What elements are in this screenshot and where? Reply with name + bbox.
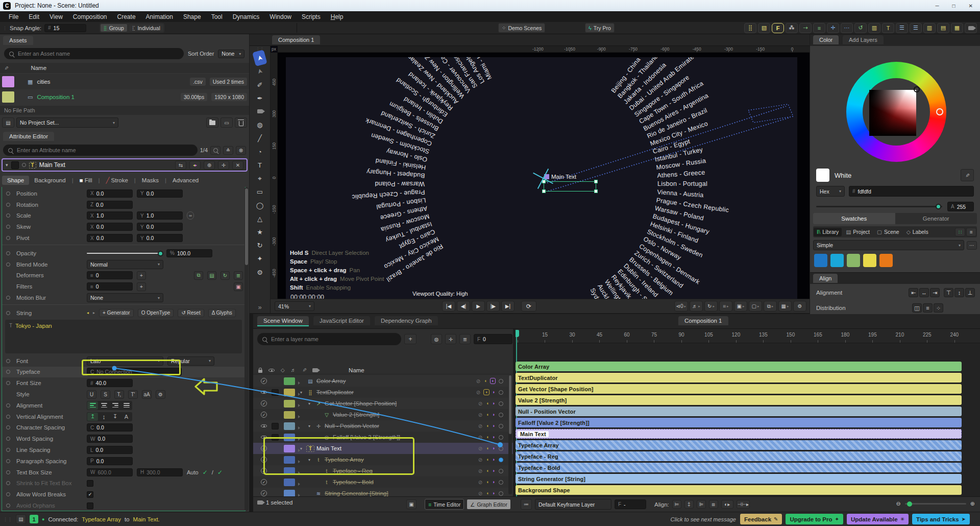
solo-toggle[interactable] (272, 423, 279, 429)
keyframe-circle[interactable] (6, 425, 10, 429)
go-to-start-button[interactable]: |◀ (442, 301, 455, 312)
solo-toggle[interactable] (272, 378, 279, 385)
menu-item-window[interactable]: Window (265, 12, 296, 21)
next-icon[interactable]: ▸ (93, 310, 95, 315)
connection-port[interactable] (499, 413, 503, 417)
asset-swatch[interactable] (2, 76, 14, 87)
window-close-button[interactable]: ✕ (969, 3, 973, 9)
disable-icon[interactable]: ⊘ (478, 468, 482, 474)
keyframe-circle[interactable] (6, 381, 10, 385)
window-maximize-button[interactable]: □ (952, 3, 955, 9)
align-start-button[interactable]: ⊨ (672, 500, 681, 509)
attr-field[interactable]: C0.0 (87, 423, 133, 432)
tab-color[interactable]: Color (813, 35, 839, 44)
play-button[interactable]: ▶ (472, 301, 485, 312)
disable-icon[interactable]: ⊘ (478, 457, 482, 463)
keyframe-circle[interactable] (6, 403, 10, 408)
project-browse-button[interactable]: ▤ (2, 117, 14, 128)
solo-toggle[interactable] (272, 400, 279, 407)
distribute-button[interactable]: ≡ (923, 303, 933, 313)
delete-asset-button[interactable] (235, 117, 247, 128)
measure-tool[interactable]: ◔ (253, 146, 267, 158)
keyframe-circle[interactable] (6, 236, 10, 240)
align-button[interactable]: ⊥ (965, 288, 975, 297)
menu-item-file[interactable]: File (4, 12, 23, 21)
disable-icon[interactable]: ⊘ (478, 435, 482, 440)
row-icon-button[interactable]: ↻ (220, 271, 230, 280)
connection-port[interactable] (499, 435, 503, 440)
timeline-bar-typeface-bold[interactable]: Typeface - Bold (516, 463, 962, 472)
toolbar-align-bars-icon[interactable]: ≡ (813, 23, 825, 33)
graph-editor-button[interactable]: ∠Graph Editor (467, 499, 511, 510)
align-button[interactable]: ↕ (954, 288, 964, 297)
disable-icon[interactable]: ⊘ (478, 423, 482, 429)
string-generator-button[interactable]: + Generator (99, 309, 134, 317)
solo-toggle[interactable] (272, 389, 279, 396)
solo-toggle[interactable] (272, 412, 279, 418)
keyframe-left-icon[interactable]: ◖ (486, 480, 488, 485)
dock-button[interactable]: ▣ (406, 499, 416, 509)
valign-middle-button[interactable]: ↨ (99, 413, 109, 421)
menu-item-dynamics[interactable]: Dynamics (228, 12, 264, 21)
scene-row-value-2-strength-[interactable]: ✓▽Value 2 [Strength]⊘◖◗ (253, 409, 513, 420)
keyframe-circle[interactable] (6, 470, 10, 474)
bracket-button[interactable]: ⧈ (709, 500, 718, 509)
connection-port[interactable] (499, 480, 503, 485)
keyframe-left-icon[interactable]: ◖ (486, 435, 488, 440)
sort-order-select[interactable]: None▾ (218, 50, 244, 58)
isolate-button[interactable]: ✛ (218, 161, 229, 170)
keyframe-layer-select[interactable]: Default Keyframe Layer (535, 499, 611, 510)
toolbar-rows-icon[interactable]: ▤ (937, 23, 949, 33)
timeline-bar-null-position-vector[interactable]: Null - Position Vector (516, 407, 962, 416)
timeline-bar-falloff-value-2-strength-[interactable]: Falloff [Value 2 [Strength]] (516, 418, 962, 427)
tab-attribute-editor[interactable]: Attribute Editor (3, 132, 54, 141)
tab-timeline-composition[interactable]: Composition 1 (678, 316, 728, 325)
keyframe-circle[interactable] (6, 437, 10, 441)
link-icon[interactable]: ∞ (187, 211, 194, 220)
toolbar-falloff-t-icon[interactable]: T (882, 23, 894, 33)
close-attributes-button[interactable]: ✕ (232, 161, 243, 170)
toolbar-connect-arrow-icon[interactable]: ⇢ (799, 23, 812, 33)
timeline-ruler[interactable]: 0153045607590105120135150165180195210225… (516, 329, 980, 343)
project-tab[interactable]: ▤Project (843, 228, 873, 236)
swatch-group-select[interactable]: Simple▾ (813, 240, 964, 250)
window-minimize-button[interactable]: ─ (935, 3, 939, 9)
sv-square[interactable] (869, 90, 916, 136)
tab-swatches[interactable]: Swatches (813, 213, 895, 224)
attr-scrollbar[interactable] (244, 187, 249, 511)
tab-javascript-editor[interactable]: JavaScript Editor (313, 316, 370, 325)
attr-field[interactable]: Y1.0 (137, 211, 183, 220)
attr-field[interactable]: W0.0 (87, 435, 133, 443)
status-button-feedback[interactable]: Feedback✎ (740, 514, 782, 524)
color-swatch[interactable] (830, 254, 844, 267)
style-button[interactable]: S (101, 390, 110, 399)
connection-port[interactable] (499, 390, 503, 395)
individual-mode-button[interactable]: ⣏Individual (129, 23, 164, 32)
onion-layers-button[interactable]: ◍ (431, 334, 442, 344)
attr-field[interactable]: L0.0 (87, 446, 133, 454)
keyframe-right-icon[interactable]: ◗ (493, 401, 495, 406)
menu-item-tool[interactable]: Tool (207, 12, 227, 21)
string-textarea[interactable]: TTokyo - Japan (5, 320, 242, 353)
sparkle-tool[interactable]: ✦ (253, 253, 267, 265)
tab-dependency-graph[interactable]: Dependency Graph (375, 316, 438, 325)
eyedropper-button[interactable]: ✎ (961, 169, 974, 181)
valign-bottom-button[interactable]: ↧ (110, 413, 120, 421)
keyframe-circle[interactable] (6, 415, 10, 419)
filter-layers-button[interactable]: ≣ (459, 334, 471, 344)
toolbar-add-points-icon[interactable]: ✛ (827, 23, 839, 33)
try-pro-button[interactable]: ϟTry Pro (585, 23, 615, 33)
tab-scene-window[interactable]: Scene Window (257, 316, 309, 326)
color-swatch[interactable] (879, 254, 893, 267)
keyframe-left-icon[interactable]: ◖ (486, 446, 488, 451)
scene-tab[interactable]: ▢Scene (874, 228, 902, 236)
timeline-bar-string-generator-string-[interactable]: String Generator [String] (516, 474, 962, 484)
attr-tab-masks[interactable]: Masks (137, 176, 164, 185)
prev-icon[interactable]: ◂ (87, 310, 89, 315)
toolbar-grid-cells-icon[interactable]: ▦ (951, 23, 963, 33)
toolbar-stagger-a-icon[interactable]: ☰ (896, 23, 908, 33)
hue-marker[interactable] (936, 108, 943, 115)
pivot-tool[interactable]: ⌖ (253, 173, 267, 184)
keyframe-right-icon[interactable]: ◗ (493, 457, 495, 462)
disable-icon[interactable]: ⊘ (476, 390, 480, 395)
